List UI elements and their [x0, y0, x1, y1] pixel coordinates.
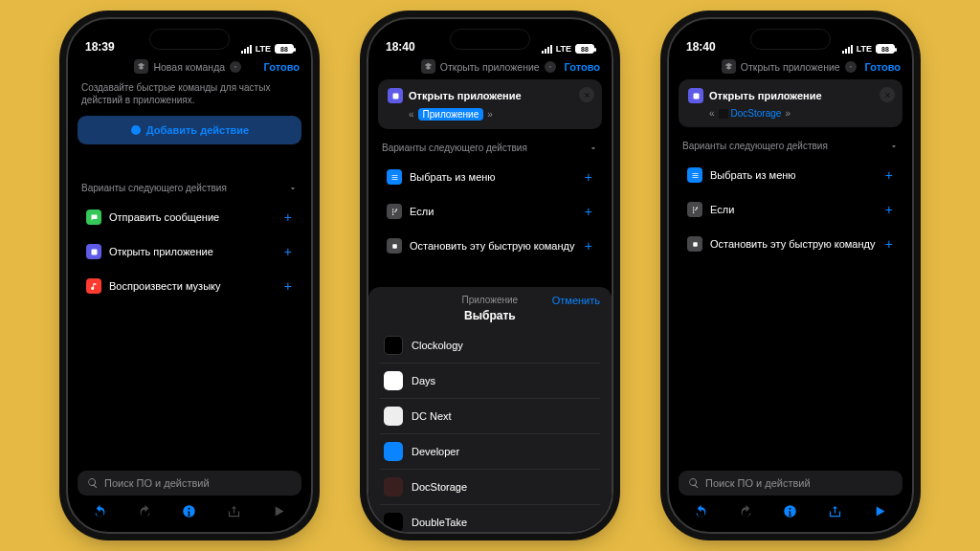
- open-app-icon: [688, 88, 703, 103]
- suggestion-stop-shortcut[interactable]: Остановить эту быструю команду: [679, 230, 902, 258]
- branch-icon: [687, 202, 702, 217]
- app-picker-sheet: Приложение Выбрать Отменить Поиск Clocko…: [368, 287, 612, 532]
- app-item[interactable]: Clockology: [380, 328, 600, 363]
- message-icon: [86, 209, 101, 225]
- title-menu-chevron-icon[interactable]: [545, 61, 556, 73]
- suggestion-if[interactable]: Если: [679, 195, 902, 224]
- redo-button: [137, 503, 152, 518]
- done-button[interactable]: Готово: [865, 61, 901, 73]
- redo-button: [738, 503, 753, 518]
- app-icon: [384, 513, 403, 532]
- next-actions-header[interactable]: Варианты следующего действия: [78, 177, 301, 195]
- music-icon: [86, 278, 101, 294]
- nav-bar: Открыть приложение Готово: [669, 55, 912, 79]
- suggestions-list: Выбрать из меню Если Остановить эту быст…: [679, 161, 902, 258]
- app-icon: [384, 442, 403, 461]
- shortcut-glyph-icon: [421, 59, 435, 74]
- app-parameter-pill[interactable]: Приложение: [418, 108, 484, 121]
- suggestion-send-message[interactable]: Отправить сообщение: [78, 203, 301, 231]
- chevron-down-icon: [589, 143, 598, 153]
- app-icon: [384, 371, 403, 390]
- suggestion-if[interactable]: Если: [378, 197, 602, 226]
- app-item[interactable]: DoubleTake: [380, 504, 600, 532]
- add-action-label: Добавить действие: [146, 124, 249, 136]
- app-icon: [384, 407, 403, 426]
- stop-icon: [387, 238, 402, 253]
- action-title: Открыть приложение: [709, 90, 822, 101]
- next-actions-header[interactable]: Варианты следующего действия: [378, 137, 602, 155]
- share-button[interactable]: [828, 503, 843, 518]
- app-icon: [384, 477, 403, 496]
- editor-toolbar: [669, 496, 912, 532]
- run-button[interactable]: [873, 503, 888, 518]
- shortcut-title[interactable]: Новая команда: [153, 61, 225, 73]
- open-app-icon: [388, 88, 403, 103]
- chevron-down-icon: [889, 142, 899, 151]
- sheet-cancel-button[interactable]: Отменить: [552, 295, 600, 306]
- remove-action-button[interactable]: [880, 87, 895, 102]
- search-placeholder: Поиск ПО и действий: [705, 477, 811, 489]
- action-parameter-line[interactable]: « DocStorage »: [709, 108, 893, 119]
- search-icon: [688, 477, 700, 489]
- battery-icon: 88: [876, 44, 895, 54]
- done-button[interactable]: Готово: [264, 61, 300, 73]
- app-item[interactable]: Developer: [380, 433, 600, 469]
- suggestion-choose-menu[interactable]: Выбрать из меню: [378, 163, 602, 191]
- suggestion-play-music[interactable]: Воспроизвести музыку: [78, 272, 301, 300]
- nav-bar: Открыть приложение Готово: [368, 55, 612, 79]
- status-time: 18:40: [686, 40, 716, 54]
- shortcut-glyph-icon: [722, 59, 736, 74]
- next-actions-header[interactable]: Варианты следующего действия: [679, 135, 902, 153]
- app-parameter-token[interactable]: DocStorage: [719, 108, 782, 119]
- search-icon: [87, 477, 99, 489]
- list-icon: [687, 167, 702, 183]
- chevron-down-icon: [288, 184, 298, 193]
- action-title: Открыть приложение: [409, 90, 522, 101]
- run-button[interactable]: [272, 503, 287, 518]
- undo-button[interactable]: [92, 503, 107, 518]
- editor-toolbar: [68, 496, 311, 532]
- phone-screen-1: 18:39 LTE 88 Новая команда Готово Создав…: [66, 17, 313, 534]
- dynamic-island: [750, 29, 831, 50]
- phone-screen-2: 18:40 LTE 88 Открыть приложение Готово О…: [367, 17, 613, 534]
- dynamic-island: [149, 29, 230, 50]
- add-action-button[interactable]: Добавить действие: [78, 116, 301, 144]
- sheet-caption: Приложение: [462, 295, 519, 305]
- suggestion-choose-menu[interactable]: Выбрать из меню: [679, 161, 902, 189]
- remove-action-button[interactable]: [579, 87, 594, 102]
- stop-icon: [687, 236, 702, 252]
- info-button[interactable]: [182, 503, 197, 518]
- shortcut-title[interactable]: Открыть приложение: [741, 61, 840, 73]
- shortcut-title[interactable]: Открыть приложение: [440, 61, 540, 73]
- app-icon: [384, 336, 403, 355]
- suggestion-stop-shortcut[interactable]: Остановить эту быструю команду: [378, 231, 602, 260]
- action-open-app-card[interactable]: Открыть приложение « DocStorage »: [679, 79, 902, 127]
- action-search-bar[interactable]: Поиск ПО и действий: [78, 471, 301, 496]
- suggestions-list: Выбрать из меню Если Остановить эту быст…: [378, 163, 602, 260]
- action-open-app-card[interactable]: Открыть приложение « Приложение »: [378, 79, 602, 129]
- app-item[interactable]: DocStorage: [380, 469, 600, 504]
- app-item[interactable]: DC Next: [380, 398, 600, 433]
- share-button[interactable]: [227, 503, 242, 518]
- app-item[interactable]: Days: [380, 363, 600, 398]
- undo-button[interactable]: [693, 503, 708, 518]
- list-icon: [387, 169, 402, 185]
- title-menu-chevron-icon[interactable]: [230, 61, 241, 73]
- battery-icon: 88: [575, 44, 594, 54]
- network-label: LTE: [256, 44, 271, 54]
- info-button[interactable]: [783, 503, 798, 518]
- signal-icon: [842, 45, 853, 54]
- action-search-bar[interactable]: Поиск ПО и действий: [679, 471, 902, 496]
- signal-icon: [241, 45, 252, 54]
- phone-screen-3: 18:40 LTE 88 Открыть приложение Готово О…: [667, 17, 914, 534]
- app-icon: [719, 109, 728, 119]
- search-placeholder: Поиск ПО и действий: [104, 477, 210, 489]
- done-button[interactable]: Готово: [565, 61, 600, 73]
- app-list: Clockology Days DC Next Developer DocSto…: [380, 328, 600, 532]
- signal-icon: [542, 45, 552, 54]
- sheet-select-label: Выбрать: [428, 309, 552, 322]
- suggestion-open-app[interactable]: Открыть приложение: [78, 237, 301, 266]
- branch-icon: [387, 204, 402, 219]
- title-menu-chevron-icon[interactable]: [845, 61, 857, 73]
- action-parameter-line[interactable]: « Приложение »: [409, 108, 592, 121]
